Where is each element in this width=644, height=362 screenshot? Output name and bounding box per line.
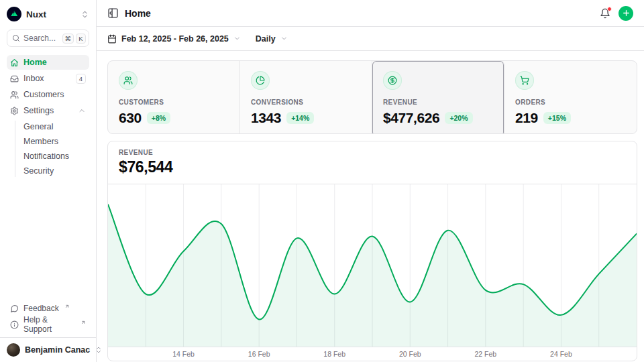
search-icon bbox=[12, 34, 20, 42]
stat-card-customers[interactable]: CUSTOMERS 630 +8% bbox=[108, 61, 240, 134]
stat-value: 219 bbox=[515, 110, 538, 126]
chevron-down-icon bbox=[280, 35, 288, 42]
kbd-cmd: ⌘ bbox=[62, 34, 74, 44]
search-placeholder: Search... bbox=[23, 34, 56, 43]
sidebar-item-settings[interactable]: Settings bbox=[7, 103, 89, 118]
x-axis-tick: 14 Feb bbox=[172, 350, 195, 358]
sidebar-item-label: Customers bbox=[23, 90, 64, 99]
sidebar-item-customers[interactable]: Customers bbox=[7, 87, 89, 102]
sidebar-item-label: Inbox bbox=[23, 74, 44, 83]
x-axis-tick: 18 Feb bbox=[323, 350, 345, 358]
sidebar-nav: Home Inbox 4 Customers Settings bbox=[0, 55, 96, 178]
stat-change-badge: +20% bbox=[445, 112, 472, 124]
inbox-icon bbox=[10, 74, 19, 83]
workspace-name: Nuxt bbox=[26, 9, 46, 19]
page-header: Home bbox=[97, 0, 644, 27]
stat-value: 1343 bbox=[251, 110, 281, 126]
stat-change-badge: +8% bbox=[147, 112, 170, 124]
stat-label: CUSTOMERS bbox=[119, 99, 229, 106]
add-button[interactable] bbox=[619, 6, 633, 21]
dashboard-content: CUSTOMERS 630 +8% CONVERSIONS 1343 +14% bbox=[97, 51, 644, 362]
chart-current-value: $76,544 bbox=[119, 158, 626, 176]
nuxt-logo-icon bbox=[7, 7, 21, 21]
sidebar-item-label: Notifications bbox=[23, 152, 69, 161]
period-value: Daily bbox=[256, 34, 276, 44]
cart-icon bbox=[515, 71, 534, 90]
external-link-icon bbox=[64, 304, 70, 309]
notification-dot bbox=[607, 7, 612, 11]
stat-value: $477,626 bbox=[383, 110, 439, 126]
sidebar-item-label: General bbox=[23, 122, 53, 131]
sidebar-item-label: Settings bbox=[23, 106, 54, 115]
period-select[interactable]: Daily bbox=[256, 34, 288, 44]
sidebar-item-members[interactable]: Members bbox=[23, 134, 89, 149]
search-shortcut: ⌘ K bbox=[62, 34, 87, 44]
x-axis-tick: 20 Feb bbox=[399, 350, 421, 358]
x-axis-tick: 24 Feb bbox=[550, 350, 572, 358]
stat-change-badge: +14% bbox=[286, 112, 314, 124]
sidebar: Nuxt Search... ⌘ K Home bbox=[0, 0, 97, 362]
user-name: Benjamin Canac bbox=[25, 345, 90, 355]
kbd-k: K bbox=[76, 34, 86, 44]
revenue-chart-card: REVENUE $76,544 14 Feb16 Feb18 Feb20 Feb… bbox=[107, 141, 637, 361]
stats-group: CUSTOMERS 630 +8% CONVERSIONS 1343 +14% bbox=[107, 60, 637, 134]
stat-card-conversions[interactable]: CONVERSIONS 1343 +14% bbox=[240, 61, 372, 134]
sidebar-spacer bbox=[0, 178, 96, 301]
stat-label: REVENUE bbox=[383, 99, 493, 106]
sidebar-item-home[interactable]: Home bbox=[7, 55, 89, 70]
sidebar-item-label: Security bbox=[23, 166, 54, 176]
filter-toolbar: Feb 12, 2025 - Feb 26, 2025 Daily bbox=[97, 27, 644, 51]
avatar bbox=[7, 343, 20, 357]
help-support-label: Help & Support bbox=[23, 315, 75, 334]
x-axis-tick: 22 Feb bbox=[474, 350, 496, 358]
date-range-value: Feb 12, 2025 - Feb 26, 2025 bbox=[121, 34, 229, 44]
notifications-button[interactable] bbox=[600, 8, 610, 19]
sidebar-item-label: Members bbox=[23, 137, 58, 146]
message-bubble-icon bbox=[10, 304, 19, 313]
help-support-link[interactable]: Help & Support bbox=[7, 317, 89, 332]
stat-card-revenue[interactable]: REVENUE $477,626 +20% bbox=[372, 61, 504, 134]
header-actions bbox=[600, 6, 633, 21]
chart-title: REVENUE bbox=[119, 149, 626, 156]
workspace-switcher[interactable]: Nuxt bbox=[0, 0, 96, 25]
dollar-circle-icon bbox=[383, 71, 402, 90]
sidebar-item-notifications[interactable]: Notifications bbox=[23, 149, 89, 164]
settings-subnav: General Members Notifications Security bbox=[15, 119, 89, 178]
x-axis-tick: 16 Feb bbox=[248, 350, 270, 358]
calendar-icon bbox=[107, 34, 117, 44]
stat-value: 630 bbox=[119, 110, 142, 126]
x-axis: 14 Feb16 Feb18 Feb20 Feb22 Feb24 Feb bbox=[108, 347, 637, 361]
collapse-sidebar-button[interactable] bbox=[107, 7, 119, 19]
stat-card-orders[interactable]: ORDERS 219 +15% bbox=[504, 61, 637, 134]
external-link-icon bbox=[80, 320, 86, 325]
stat-label: ORDERS bbox=[515, 99, 626, 106]
feedback-label: Feedback bbox=[23, 304, 59, 313]
page-title: Home bbox=[125, 8, 151, 19]
sidebar-item-label: Home bbox=[23, 58, 47, 67]
stat-change-badge: +15% bbox=[543, 112, 571, 124]
chevron-down-icon bbox=[233, 35, 241, 42]
users-icon bbox=[119, 71, 138, 90]
chevron-up-icon bbox=[78, 107, 86, 115]
main-area: Home Feb 12, 2025 - Feb 26, 2025 bbox=[97, 0, 644, 362]
pie-chart-icon bbox=[251, 71, 270, 90]
sidebar-footer-links: Feedback Help & Support bbox=[0, 301, 96, 337]
sidebar-item-security[interactable]: Security bbox=[23, 164, 89, 178]
chevron-up-down-icon bbox=[80, 10, 89, 19]
user-menu[interactable]: Benjamin Canac bbox=[0, 338, 96, 362]
info-icon bbox=[10, 320, 19, 329]
search-input[interactable]: Search... ⌘ K bbox=[7, 29, 89, 47]
app-window: Nuxt Search... ⌘ K Home bbox=[0, 0, 644, 362]
home-icon bbox=[10, 58, 19, 67]
sidebar-item-inbox[interactable]: Inbox 4 bbox=[7, 71, 89, 86]
revenue-area-chart[interactable] bbox=[108, 184, 637, 347]
feedback-link[interactable]: Feedback bbox=[7, 301, 89, 316]
stat-label: CONVERSIONS bbox=[251, 99, 361, 106]
chart-header: REVENUE $76,544 bbox=[108, 141, 637, 184]
users-icon bbox=[10, 90, 19, 99]
gear-icon bbox=[10, 107, 19, 115]
sidebar-item-general[interactable]: General bbox=[23, 119, 89, 134]
chart-canvas bbox=[108, 184, 637, 347]
inbox-count-badge: 4 bbox=[76, 74, 86, 84]
date-range-picker[interactable]: Feb 12, 2025 - Feb 26, 2025 bbox=[107, 34, 241, 44]
